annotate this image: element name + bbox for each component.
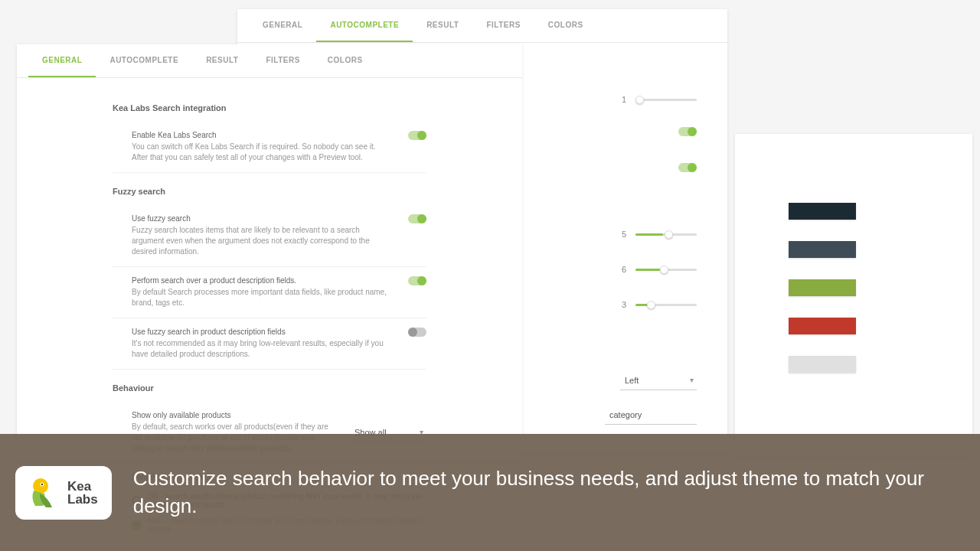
fuzzy-desc-desc: It's not recommended as it may bring low… [132,338,393,360]
fuzzy-label: Use fuzzy search [132,214,393,223]
slider-2-value: 5 [617,230,626,239]
tab-general[interactable]: GENERAL [249,9,316,42]
color-swatch-4[interactable] [789,318,856,334]
tab-filters[interactable]: FILTERS [472,9,534,42]
section-fuzzy: Fuzzy search [113,187,426,196]
slider-3-value: 6 [617,265,626,274]
toggle-desc-search[interactable] [408,276,426,285]
category-input[interactable]: category [605,406,697,425]
logo-text-2: Labs [67,493,98,506]
desc-fields-desc: By default Search processes more importa… [132,287,393,308]
fuzzy-desc: Fuzzy search locates items that are like… [132,225,393,257]
color-swatch-3[interactable] [789,279,856,296]
section-behaviour: Behaviour [113,383,426,393]
slider-4-value: 3 [617,300,626,309]
toggle-enable-search[interactable] [408,131,426,140]
color-swatch-2[interactable] [789,241,856,258]
slider-4[interactable] [635,304,697,306]
svg-point-2 [41,483,43,484]
tab-autocomplete[interactable]: AUTOCOMPLETE [316,9,413,42]
color-swatch-5[interactable] [789,356,856,373]
slider-3[interactable] [635,269,697,271]
kea-labs-logo: KeaLabs [15,466,112,520]
section-integration: Kea Labs Search integration [113,103,426,112]
enable-search-desc: You can switch off Kea Labs Search if is… [132,142,393,163]
parrot-icon [29,477,61,509]
slider-1[interactable] [635,99,697,101]
toggle-ac-1[interactable] [678,127,697,136]
fuzzy-desc-label: Use fuzzy search in product description … [132,328,393,336]
tab-colors-front[interactable]: COLORS [314,44,377,77]
tab-autocomplete-front[interactable]: AUTOCOMPLETE [96,44,192,77]
footer-tagline: Customize search behavior to meet your b… [133,465,965,519]
tab-result-front[interactable]: RESULT [192,44,252,77]
toggle-ac-2[interactable] [678,163,697,172]
position-dropdown[interactable]: Left [620,371,697,390]
tab-colors[interactable]: COLORS [534,9,597,42]
promo-footer: KeaLabs Customize search behavior to mee… [0,434,980,551]
avail-label: Show only available products [132,411,335,419]
tab-general-front[interactable]: GENERAL [28,44,96,77]
logo-text-1: Kea [67,480,98,493]
toggle-fuzzy-desc[interactable] [408,328,426,337]
colors-panel [735,134,972,455]
desc-fields-label: Perform search over a product descriptio… [132,276,393,285]
general-settings-panel: GENERAL AUTOCOMPLETE RESULT FILTERS COLO… [17,44,522,461]
slider-2[interactable] [635,233,697,236]
tab-result[interactable]: RESULT [413,9,472,42]
slider-1-value: 1 [617,95,626,104]
toggle-fuzzy-search[interactable] [408,214,426,223]
color-swatch-1[interactable] [789,203,856,220]
enable-search-label: Enable Kea Labs Search [132,131,393,139]
tab-filters-front[interactable]: FILTERS [252,44,313,77]
back-tabs: GENERAL AUTOCOMPLETE RESULT FILTERS COLO… [237,9,727,43]
front-tabs: GENERAL AUTOCOMPLETE RESULT FILTERS COLO… [17,44,522,78]
